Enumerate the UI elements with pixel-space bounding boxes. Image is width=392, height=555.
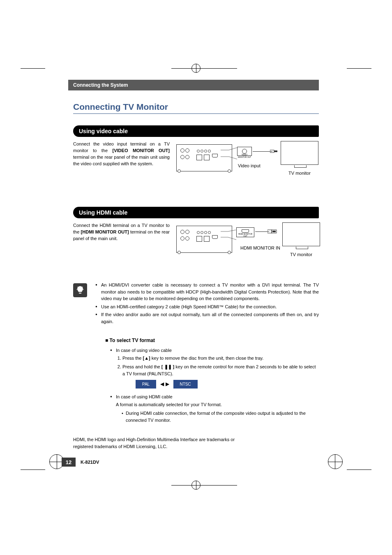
hdmi-cable-diagram: HDMI MONITOR OUT HDMI MONITOR IN TV moni…	[176, 222, 319, 272]
step-2: Press and hold the [ ❚❚ ] key on the rem…	[122, 363, 319, 389]
section-header: Connecting the System	[68, 80, 319, 90]
note-item: Use an HDMI-certified category 2 cable (…	[95, 303, 319, 310]
tv-monitor-label: TV monitor	[281, 171, 318, 176]
video-out-port: VIDEO MONITOR OUT	[237, 147, 252, 156]
callout-line-icon-2	[221, 230, 238, 241]
tv-format-title: To select TV format	[105, 337, 319, 345]
arrow-icons: ◀ ▶	[156, 380, 173, 388]
note-item: An HDMI/DVI converter cable is necessary…	[95, 282, 319, 302]
pal-pill: PAL	[136, 380, 156, 389]
case-hdmi-head: In case of using HDMI cable	[110, 393, 319, 400]
note-item: If the video and/or audio are not output…	[95, 311, 319, 325]
svg-rect-3	[272, 231, 276, 232]
svg-point-7	[83, 289, 84, 290]
section-bar-video: Using video cable	[73, 125, 319, 137]
trademark-note: HDMI, the HDMI logo and High-Definition …	[73, 436, 238, 450]
svg-point-6	[76, 289, 77, 290]
svg-point-4	[77, 287, 78, 287]
tv-monitor-icon-2	[282, 222, 320, 246]
hdmi-in-label: HDMI MONITOR IN	[240, 245, 280, 250]
video-cable-row: Connect the video input terminal on a TV…	[73, 141, 319, 190]
svg-point-5	[82, 287, 83, 287]
rca-plug-icon	[270, 149, 279, 154]
page-footer: 12 K-821DV	[62, 458, 99, 467]
case-hdmi: In case of using HDMI cable A format is …	[110, 393, 319, 424]
hdmi-plug-icon	[267, 229, 278, 234]
page-title: Connecting TV Monitor	[73, 102, 319, 114]
notes-block: An HDMI/DVI converter cable is necessary…	[73, 282, 319, 326]
case-video: In case of using video cable Press the […	[110, 347, 319, 389]
video-cable-diagram: VIDEO MONITOR OUT Video input TV monitor	[176, 141, 319, 190]
hdmi-cable-text: Connect the HDMI terminal on a TV monito…	[73, 222, 170, 272]
ntsc-pill: NTSC	[173, 380, 198, 389]
case-hdmi-line1: A format is automatically selected for y…	[116, 401, 319, 408]
pal-ntsc-toggle: PAL ◀ ▶ NTSC	[136, 380, 319, 389]
model-number: K-821DV	[81, 460, 99, 465]
tv-monitor-label-2: TV monitor	[282, 252, 320, 257]
section-bar-hdmi: Using HDMI cable	[73, 207, 319, 218]
page-content: Connecting the System Connecting TV Moni…	[73, 80, 319, 450]
hdmi-out-port: HDMI MONITOR OUT	[236, 227, 254, 237]
svg-rect-0	[270, 150, 274, 153]
case-hdmi-line2: During HDMI cable connection, the format…	[122, 410, 319, 424]
svg-rect-1	[274, 150, 277, 152]
case-video-head: In case of using video cable	[110, 347, 319, 354]
video-cable-text: Connect the video input terminal on a TV…	[73, 141, 170, 190]
video-input-label: Video input	[238, 163, 261, 168]
tv-format-block: To select TV format In case of using vid…	[105, 337, 319, 424]
page-number: 12	[62, 458, 76, 467]
tip-icon	[73, 283, 87, 297]
hdmi-cable-row: Connect the HDMI terminal on a TV monito…	[73, 222, 319, 272]
svg-rect-2	[267, 230, 272, 233]
callout-line-icon	[221, 148, 239, 160]
step-1: Press the [▲] key to remove the disc fro…	[122, 355, 319, 362]
tv-monitor-icon	[281, 141, 318, 165]
notes-list: An HDMI/DVI converter cable is necessary…	[95, 282, 319, 326]
